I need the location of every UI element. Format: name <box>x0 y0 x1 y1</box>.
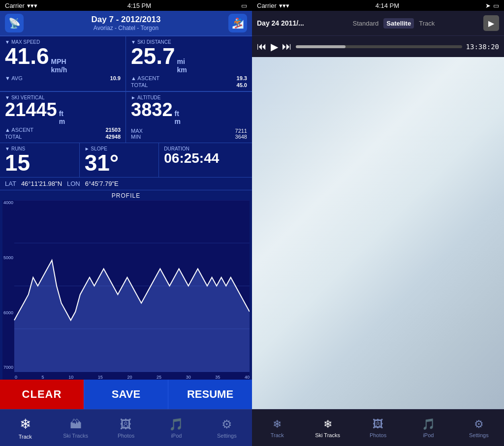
altitude-value: 3832 <box>131 100 173 119</box>
right-play-button[interactable]: ▶ <box>483 15 499 31</box>
max-speed-value: 41.6 <box>5 45 49 67</box>
profile-y-labels: 7000 6000 5000 4000 <box>2 200 14 370</box>
vert-total-value: 42948 <box>105 134 121 140</box>
right-track-label: Track <box>271 432 284 438</box>
right-photos-label: Photos <box>370 432 386 438</box>
right-photos-icon: 🖼 <box>373 418 383 431</box>
map-area[interactable]: 1 2 3 4 6 7 8 <box>252 57 504 409</box>
altitude-unit2: m <box>175 118 181 126</box>
right-ski-tracks-icon: ❄ <box>323 418 332 431</box>
nav-ski-tracks[interactable]: 🏔 Ski Tracks <box>50 410 100 446</box>
altitude-cell: ► ALTITUDE 3832 ft m MAX 7211 MIN 3648 <box>126 92 252 144</box>
photos-icon: 🖼 <box>120 417 132 431</box>
slope-value: 31° <box>85 151 119 174</box>
altitude-unit1: ft <box>175 110 179 118</box>
right-nav-ipod[interactable]: 🎵 iPod <box>403 410 453 446</box>
total-value: 45.0 <box>237 82 247 88</box>
nav-photos[interactable]: 🖼 Photos <box>101 410 151 446</box>
right-nav-track[interactable]: ❄ Track <box>252 410 302 446</box>
profile-canvas-element <box>2 200 250 380</box>
action-buttons: CLEAR SAVE RESUME <box>0 380 252 409</box>
day-title: Day 7 - 2012/2013 <box>24 15 228 25</box>
map-mode-buttons: Standard Satellite Track <box>350 18 438 29</box>
resort-subtitle: Avoriaz - Chatel - Torgon <box>24 25 228 31</box>
rewind-button[interactable]: ⏮ <box>257 41 267 52</box>
right-nav-icon: ➤ <box>485 2 491 9</box>
right-settings-label: Settings <box>469 432 489 438</box>
transport-slider-fill <box>296 45 346 48</box>
right-wifi-icon: ▾▾▾ <box>279 2 289 9</box>
ski-distance-unit1: mi <box>177 58 185 66</box>
right-panel: Carrier ▾▾▾ 4:14 PM ➤ ▭ Day 24 2011/... … <box>252 0 504 446</box>
track-mode-button[interactable]: Track <box>416 18 438 29</box>
duration-value: 06:25:44 <box>164 151 247 165</box>
resume-button[interactable]: RESUME <box>168 380 252 409</box>
profile-chart: 7000 6000 5000 4000 0 5 10 15 20 25 30 3… <box>2 200 250 380</box>
profile-x-labels: 0 5 10 15 20 25 30 35 40 <box>15 375 250 380</box>
alt-max-value: 7211 <box>235 128 247 134</box>
right-header-title: Day 24 2011/... <box>257 19 304 27</box>
right-nav-settings[interactable]: ⚙ Settings <box>454 410 504 446</box>
right-nav-ski-tracks[interactable]: ❄ Ski Tracks <box>302 410 352 446</box>
stats-middle-row: ▼ SKI VERTICAL 21445 ft m ▲ ASCENT 21503… <box>0 91 252 144</box>
lat-label: LAT <box>5 180 16 187</box>
ski-distance-value: 25.7 <box>131 45 175 67</box>
right-settings-icon: ⚙ <box>474 418 484 431</box>
ski-vertical-cell: ▼ SKI VERTICAL 21445 ft m ▲ ASCENT 21503… <box>0 92 126 144</box>
transport-slider[interactable] <box>296 45 462 48</box>
profile-title: PROFILE <box>0 192 252 199</box>
play-button[interactable]: ▶ <box>271 41 278 53</box>
left-carrier: Carrier <box>5 2 25 9</box>
latlon-row: LAT 46°11'21.98"N LON 6°45'7.79"E <box>0 178 252 190</box>
nav-ipod-label: iPod <box>171 433 182 439</box>
nav-ipod[interactable]: 🎵 iPod <box>151 410 201 446</box>
right-play-icon: ▶ <box>488 19 494 28</box>
ski-tracks-icon: 🏔 <box>70 417 82 431</box>
total-label: TOTAL <box>131 82 148 88</box>
app-header: 📡 Day 7 - 2012/2013 Avoriaz - Chatel - T… <box>0 11 252 36</box>
skier-icon[interactable]: 🏂 <box>228 14 247 32</box>
ski-distance-unit2: km <box>177 66 187 74</box>
right-ipod-label: iPod <box>423 432 434 438</box>
lat-value: 46°11'21.98"N <box>21 180 62 187</box>
ski-vertical-unit2: m <box>59 118 65 126</box>
max-speed-unit1: MPH <box>51 58 66 66</box>
transport-bar: ⏮ ▶ ⏭ 13:38:20 <box>252 35 504 57</box>
right-header: Day 24 2011/... Standard Satellite Track… <box>252 11 504 35</box>
right-status-bar: Carrier ▾▾▾ 4:14 PM ➤ ▭ <box>252 0 504 11</box>
slope-cell: ► SLOPE 31° <box>80 143 159 177</box>
avg-label: ▼ AVG <box>5 75 23 81</box>
save-button[interactable]: SAVE <box>84 380 168 409</box>
vert-ascent-value: 21503 <box>105 127 121 133</box>
ipod-icon: 🎵 <box>169 417 184 431</box>
runs-value: 15 <box>5 151 30 174</box>
nav-settings[interactable]: ⚙ Settings <box>202 410 252 446</box>
left-time: 4:15 PM <box>127 2 151 9</box>
ski-vertical-value: 21445 <box>5 100 57 119</box>
signal-icon[interactable]: 📡 <box>5 14 24 32</box>
ski-distance-cell: ▼ SKI DISTANCE 25.7 mi km ▲ ASCENT 19.3 … <box>126 36 252 91</box>
duration-cell: DURATION 06:25:44 <box>159 143 252 177</box>
profile-section: PROFILE 7000 6000 5000 4000 0 5 10 15 20… <box>0 190 252 380</box>
transport-time: 13:38:20 <box>466 43 499 51</box>
nav-photos-label: Photos <box>118 433 134 439</box>
max-speed-unit2: km/h <box>51 66 67 74</box>
left-bottom-nav: ❄ Track 🏔 Ski Tracks 🖼 Photos 🎵 iPod ⚙ S… <box>0 409 252 446</box>
lon-value: 6°45'7.79"E <box>85 180 119 187</box>
satellite-mode-button[interactable]: Satellite <box>383 18 414 29</box>
left-wifi-icon: ▾▾▾ <box>27 2 37 9</box>
standard-mode-button[interactable]: Standard <box>350 18 382 29</box>
nav-track[interactable]: ❄ Track <box>0 410 50 446</box>
right-time: 4:14 PM <box>376 2 399 9</box>
ski-vertical-unit1: ft <box>59 110 63 118</box>
nav-settings-label: Settings <box>217 433 237 439</box>
nav-ski-tracks-label: Ski Tracks <box>63 433 88 439</box>
right-nav-photos[interactable]: 🖼 Photos <box>353 410 403 446</box>
right-track-icon: ❄ <box>273 418 282 431</box>
nav-track-label: Track <box>19 434 32 440</box>
clear-button[interactable]: CLEAR <box>0 380 84 409</box>
left-panel: Carrier ▾▾▾ 4:15 PM ▭ 📡 Day 7 - 2012/201… <box>0 0 252 446</box>
ascent-label: ▲ ASCENT <box>131 75 159 81</box>
fast-forward-button[interactable]: ⏭ <box>282 41 292 52</box>
right-bottom-nav: ❄ Track ❄ Ski Tracks 🖼 Photos 🎵 iPod ⚙ S… <box>252 409 504 446</box>
